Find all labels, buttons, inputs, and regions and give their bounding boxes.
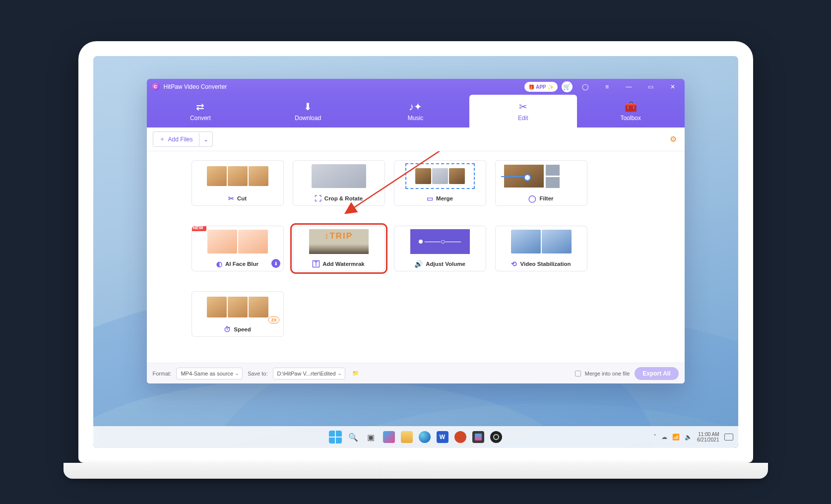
toolbox-icon: 🧰 xyxy=(625,101,637,113)
tab-label: Convert xyxy=(190,115,211,122)
tab-edit[interactable]: ✂ Edit xyxy=(469,95,577,127)
task-view[interactable]: ▣ xyxy=(364,430,379,444)
steam-app[interactable] xyxy=(489,430,504,444)
convert-icon: ⇄ xyxy=(196,101,204,113)
watermark-icon: 🅃 xyxy=(313,260,320,268)
card-title: Add Watermrak xyxy=(322,261,365,267)
merge-into-one-checkbox[interactable]: Merge into one file xyxy=(575,371,630,377)
merge-icon: ▭ xyxy=(427,194,433,202)
merge-label: Merge into one file xyxy=(585,371,630,377)
new-badge: NEW xyxy=(192,226,206,231)
card-thumb xyxy=(394,161,486,191)
file-explorer[interactable] xyxy=(399,430,414,444)
app-title: HitPaw Video Converter xyxy=(164,83,227,90)
word-app[interactable]: W xyxy=(435,430,450,444)
plus-icon: ＋ xyxy=(159,135,165,143)
tab-convert[interactable]: ⇄ Convert xyxy=(147,95,255,127)
save-to-select[interactable]: D:\HitPaw V...rter\Edited xyxy=(273,368,345,379)
card-title: Merge xyxy=(436,195,453,201)
desktop-screen: C HitPaw Video Converter 🎁APP✨ 🛒 ◯ ≡ — ▭… xyxy=(93,56,738,448)
titlebar: C HitPaw Video Converter 🎁APP✨ 🛒 ◯ ≡ — ▭… xyxy=(147,79,685,95)
card-thumb: ↕TRIP xyxy=(293,226,384,257)
laptop-notch xyxy=(364,41,468,54)
card-thumb xyxy=(192,161,283,191)
tab-download[interactable]: ⬇ Download xyxy=(254,95,362,127)
add-files-label: Add Files xyxy=(168,136,193,143)
notifications-button[interactable] xyxy=(724,434,733,441)
export-all-button[interactable]: Export All xyxy=(635,367,678,380)
card-crop-rotate[interactable]: ⛶ Crop & Rotate xyxy=(293,160,385,206)
card-thumb xyxy=(293,161,384,191)
card-filter[interactable]: ◯ Filter xyxy=(495,160,587,206)
card-title: Speed xyxy=(234,326,251,332)
card-title: Video Stabilization xyxy=(520,261,571,267)
add-files-button[interactable]: ＋Add Files ⌄ xyxy=(153,131,213,147)
taskbar-clock[interactable]: 11:00 AM 6/21/2021 xyxy=(697,432,719,443)
save-to-label: Save to: xyxy=(248,371,267,377)
music-icon: ♪✦ xyxy=(409,101,422,113)
open-folder-button[interactable]: 📁 xyxy=(350,368,361,379)
menu-button[interactable]: ≡ xyxy=(598,80,616,94)
filter-icon: ◯ xyxy=(528,194,536,202)
account-button[interactable]: ◯ xyxy=(576,80,594,94)
edit-tools-area: ✂ Cut ⛶ Crop & Rotate xyxy=(147,151,685,363)
footer-bar: Format: MP4-Same as source Save to: D:\H… xyxy=(147,363,685,383)
volume-icon[interactable]: 🔈 xyxy=(685,434,692,441)
clock-date: 6/21/2021 xyxy=(697,437,719,443)
minimize-button[interactable]: — xyxy=(620,80,638,94)
app-window: C HitPaw Video Converter 🎁APP✨ 🛒 ◯ ≡ — ▭… xyxy=(147,79,685,383)
main-nav: ⇄ Convert ⬇ Download ♪✦ Music ✂ Edit 🧰 xyxy=(147,95,685,127)
ms-store[interactable] xyxy=(471,430,486,444)
card-ai-face-blur[interactable]: NEW ⬇ ◐ AI Face Blur xyxy=(192,226,284,271)
start-button[interactable] xyxy=(328,430,343,444)
download-icon: ⬇ xyxy=(304,101,312,113)
cart-button[interactable]: 🛒 xyxy=(562,81,573,92)
download-badge-icon: ⬇ xyxy=(271,259,280,268)
tray-chevron[interactable]: ˄ xyxy=(653,434,656,441)
card-cut[interactable]: ✂ Cut xyxy=(192,160,284,206)
taskbar-search[interactable]: 🔍 xyxy=(346,430,361,444)
cut-icon: ✂ xyxy=(228,194,234,202)
toolbar: ＋Add Files ⌄ ⚙ xyxy=(147,127,685,151)
add-files-dropdown[interactable]: ⌄ xyxy=(199,133,212,146)
card-video-stabilization[interactable]: ⟲ Video Stabilization xyxy=(495,226,587,271)
maximize-button[interactable]: ▭ xyxy=(642,80,660,94)
blur-icon: ◐ xyxy=(216,260,222,268)
onedrive-icon[interactable]: ☁ xyxy=(661,434,667,441)
widgets-button[interactable] xyxy=(382,430,396,444)
card-thumb xyxy=(496,226,587,257)
app-promo-badge[interactable]: 🎁APP✨ xyxy=(524,82,558,92)
speed-icon: ⏱ xyxy=(224,325,231,333)
card-thumb: ——○—— xyxy=(394,226,486,257)
card-title: Crop & Rotate xyxy=(324,195,363,201)
card-add-watermark[interactable]: ↕TRIP 🅃 Add Watermrak xyxy=(293,226,385,271)
speed-2x-badge: 2X xyxy=(268,316,279,323)
tab-toolbox[interactable]: 🧰 Toolbox xyxy=(577,95,685,127)
card-adjust-volume[interactable]: ——○—— 🔊 Adjust Volume xyxy=(394,226,486,271)
card-title: Filter xyxy=(539,195,553,201)
clock-time: 11:00 AM xyxy=(697,432,719,438)
powerpoint-app[interactable] xyxy=(453,430,468,444)
windows-taskbar: 🔍 ▣ W ˄ ☁ 📶 🔈 11:00 AM 6/21/2021 xyxy=(93,426,738,448)
card-title: Cut xyxy=(237,195,247,201)
laptop-base xyxy=(64,463,768,479)
card-thumb xyxy=(496,161,587,191)
edge-browser[interactable] xyxy=(417,430,432,444)
tab-music[interactable]: ♪✦ Music xyxy=(362,95,469,127)
laptop-frame: C HitPaw Video Converter 🎁APP✨ 🛒 ◯ ≡ — ▭… xyxy=(78,41,753,463)
hw-accel-button[interactable]: ⚙ xyxy=(668,134,679,145)
crop-icon: ⛶ xyxy=(315,194,321,202)
edit-icon: ✂ xyxy=(519,101,527,113)
tab-label: Edit xyxy=(518,115,528,122)
wifi-icon[interactable]: 📶 xyxy=(672,434,680,441)
format-label: Format: xyxy=(153,371,172,377)
stabilize-icon: ⟲ xyxy=(511,260,517,268)
tab-label: Music xyxy=(408,115,423,122)
format-select[interactable]: MP4-Same as source xyxy=(176,368,243,379)
card-title: Adjust Volume xyxy=(426,261,465,267)
tab-label: Toolbox xyxy=(620,115,640,122)
close-button[interactable]: ✕ xyxy=(664,80,682,94)
card-merge[interactable]: ▭ Merge xyxy=(394,160,486,206)
card-speed[interactable]: 2X ⏱ Speed xyxy=(192,291,284,337)
tab-label: Download xyxy=(295,115,321,122)
